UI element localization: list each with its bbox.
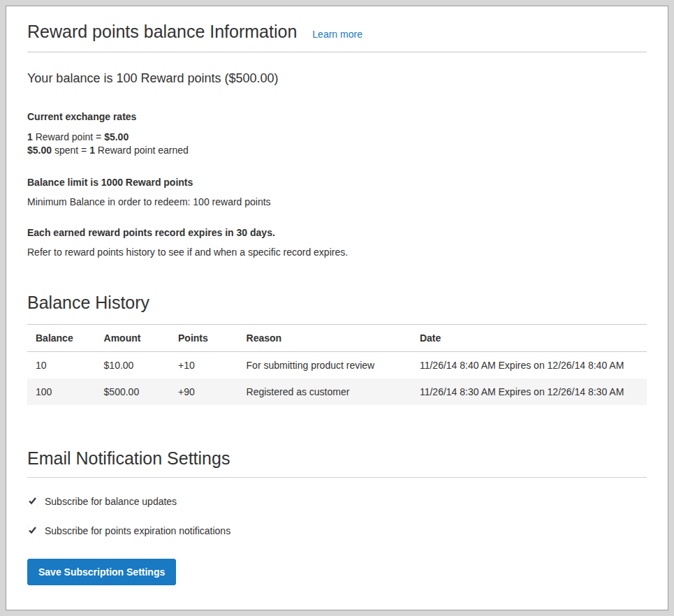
rate2-text: spent = [52, 145, 89, 156]
column-header-balance: Balance [27, 324, 96, 351]
minimum-balance-note: Minimum Balance in order to redeem: 100 … [27, 196, 647, 207]
cell-points: +10 [170, 351, 238, 379]
email-settings-divider [27, 477, 647, 478]
exchange-rates: 1 Reward point = $5.00 $5.00 spent = 1 R… [27, 131, 647, 157]
rate2-points: 1 [89, 145, 95, 156]
cell-balance: 10 [27, 351, 96, 379]
rate1-points: 1 [27, 131, 33, 142]
column-header-date: Date [411, 324, 647, 351]
rate1-text: Reward point = [33, 131, 104, 142]
table-row: 10 $10.00 +10 For submitting product rev… [27, 351, 647, 379]
column-header-points: Points [170, 324, 238, 351]
exchange-rate-line-2: $5.00 spent = 1 Reward point earned [27, 144, 647, 157]
cell-reason: Registered as customer [238, 379, 411, 405]
expiration-notifications-checkbox[interactable] [27, 525, 38, 536]
balance-history-heading: Balance History [27, 293, 647, 313]
expiration-notifications-label: Subscribe for points expiration notifica… [45, 525, 230, 536]
email-settings-heading: Email Notification Settings [27, 448, 647, 469]
reward-points-panel: Reward points balance Information Learn … [6, 6, 668, 610]
header-divider [27, 52, 647, 52]
balance-updates-label: Subscribe for balance updates [45, 496, 177, 507]
cell-reason: For submitting product review [238, 351, 411, 379]
cell-balance: 100 [27, 379, 96, 405]
table-header-row: Balance Amount Points Reason Date [27, 324, 647, 351]
rate2-value: $5.00 [27, 145, 52, 156]
balance-history-table: Balance Amount Points Reason Date 10 $10… [27, 324, 647, 405]
exchange-rates-heading: Current exchange rates [27, 111, 647, 122]
balance-limit-heading: Balance limit is 1000 Reward points [27, 177, 647, 188]
cell-date: 11/26/14 8:40 AM Expires on 12/26/14 8:4… [411, 351, 647, 379]
page-title: Reward points balance Information [27, 22, 297, 42]
column-header-reason: Reason [238, 324, 411, 351]
cell-amount: $500.00 [96, 379, 170, 405]
balance-updates-option: Subscribe for balance updates [27, 496, 647, 507]
cell-date: 11/26/14 8:30 AM Expires on 12/26/14 8:3… [411, 379, 647, 405]
column-header-amount: Amount [96, 324, 170, 351]
learn-more-link[interactable]: Learn more [312, 29, 362, 40]
balance-updates-checkbox[interactable] [27, 496, 38, 506]
cell-points: +90 [170, 379, 238, 405]
expiration-note: Refer to reward points history to see if… [27, 247, 647, 258]
cell-amount: $10.00 [96, 351, 170, 379]
table-row: 100 $500.00 +90 Registered as customer 1… [27, 379, 647, 405]
page-header: Reward points balance Information Learn … [27, 22, 647, 42]
exchange-rate-line-1: 1 Reward point = $5.00 [27, 131, 647, 144]
balance-summary: Your balance is 100 Reward points ($500.… [27, 71, 647, 86]
expiration-heading: Each earned reward points record expires… [27, 227, 647, 238]
save-subscription-settings-button[interactable]: Save Subscription Settings [27, 559, 176, 585]
expiration-notifications-option: Subscribe for points expiration notifica… [27, 525, 647, 536]
rate2-tail: Reward point earned [95, 145, 189, 156]
rate1-value: $5.00 [104, 131, 129, 142]
